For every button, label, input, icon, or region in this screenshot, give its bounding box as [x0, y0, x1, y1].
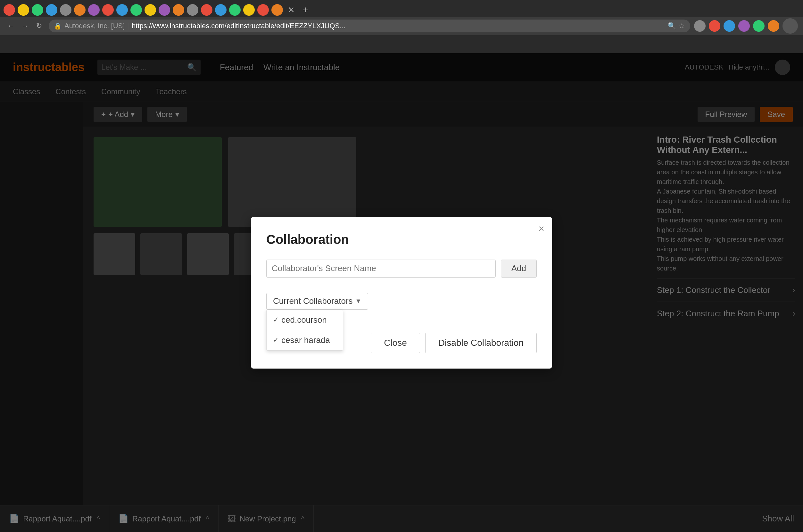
extension-icon-4[interactable]	[738, 20, 750, 32]
extension-icon-2[interactable]	[709, 20, 720, 32]
modal-overlay: × Collaboration Add Current Collaborator…	[0, 53, 803, 532]
tab-favicon-2[interactable]	[17, 3, 30, 17]
browser-icons-right	[694, 18, 798, 34]
check-icon-1: ✓	[273, 336, 279, 344]
tab-favicon-16[interactable]	[214, 3, 228, 17]
address-bar[interactable]: 🔒 Autodesk, Inc. [US] | https://www.inst…	[49, 20, 690, 32]
search-icon[interactable]: 🔍	[667, 22, 676, 30]
collaborator-name-1: cesar harada	[281, 335, 330, 345]
collaborator-item-1[interactable]: ✓ cesar harada	[267, 330, 343, 350]
tab-favicon-3[interactable]	[31, 3, 44, 17]
tab-favicon-9[interactable]	[115, 3, 129, 17]
dropdown-arrow-icon: ▼	[355, 298, 362, 305]
back-button[interactable]: ←	[5, 20, 17, 32]
collaborator-name-input[interactable]	[266, 260, 496, 278]
tab-favicon-6[interactable]	[73, 3, 87, 17]
disable-collaboration-button[interactable]: Disable Collaboration	[425, 332, 537, 353]
dropdown-label: Current Collaborators	[273, 296, 353, 306]
add-collaborator-button[interactable]: Add	[501, 260, 537, 278]
tab-favicon-1[interactable]	[3, 3, 16, 17]
tab-favicon-14[interactable]	[186, 3, 199, 17]
tab-favicon-7[interactable]	[87, 3, 101, 17]
dropdown-menu: ✓ ced.courson ✓ cesar harada	[266, 309, 343, 350]
tab-bar: ✕ +	[0, 0, 803, 17]
nav-buttons: ← → ↻	[5, 20, 45, 32]
current-collaborators-dropdown[interactable]: Current Collaborators ▼	[266, 293, 368, 309]
profile-icon[interactable]	[783, 18, 798, 34]
tab-favicon-10[interactable]	[130, 3, 143, 17]
page-background: instructables 🔍 Featured Write an Instru…	[0, 53, 803, 532]
extension-icon-5[interactable]	[753, 20, 765, 32]
reload-button[interactable]: ↻	[33, 20, 45, 32]
tab-favicon-15[interactable]	[200, 3, 213, 17]
tab-favicon-20[interactable]	[270, 3, 284, 17]
forward-button[interactable]: →	[19, 20, 31, 32]
tab-favicon-5[interactable]	[59, 3, 72, 17]
tab-favicon-8[interactable]	[101, 3, 115, 17]
extension-icon-3[interactable]	[724, 20, 735, 32]
tab-favicon-19[interactable]	[256, 3, 270, 17]
url-text: https://www.instructables.com/editInstru…	[132, 22, 665, 30]
close-button[interactable]: Close	[371, 332, 420, 353]
collaborator-input-row: Add	[266, 260, 537, 278]
tab-favicon-13[interactable]	[172, 3, 185, 17]
collaborator-name-0: ced.courson	[281, 315, 327, 325]
browser-chrome: ✕ + ← → ↻ 🔒 Autodesk, Inc. [US] | https:…	[0, 0, 803, 35]
collaborator-item-0[interactable]: ✓ ced.courson	[267, 310, 343, 330]
modal-close-button[interactable]: ×	[538, 223, 544, 234]
tab-favicon-12[interactable]	[158, 3, 171, 17]
check-icon-0: ✓	[273, 316, 279, 324]
tab-favicon-4[interactable]	[45, 3, 58, 17]
tab-new[interactable]: +	[299, 3, 312, 17]
tab-favicon-11[interactable]	[144, 3, 157, 17]
dropdown-wrapper: Current Collaborators ▼ ✓ ced.courson ✓ …	[266, 293, 368, 309]
tab-close[interactable]: ✕	[285, 3, 298, 17]
address-bar-row: ← → ↻ 🔒 Autodesk, Inc. [US] | https://ww…	[0, 17, 803, 35]
extension-icon-6[interactable]	[768, 20, 779, 32]
tab-favicon-17[interactable]	[228, 3, 242, 17]
lock-icon: 🔒	[54, 22, 62, 30]
bookmark-icon[interactable]: ☆	[679, 22, 685, 30]
modal-title: Collaboration	[266, 232, 537, 247]
tab-favicon-18[interactable]	[242, 3, 256, 17]
extension-icon-1[interactable]	[694, 20, 706, 32]
collaboration-modal: × Collaboration Add Current Collaborator…	[251, 217, 552, 368]
company-label: Autodesk, Inc. [US]	[64, 22, 125, 30]
